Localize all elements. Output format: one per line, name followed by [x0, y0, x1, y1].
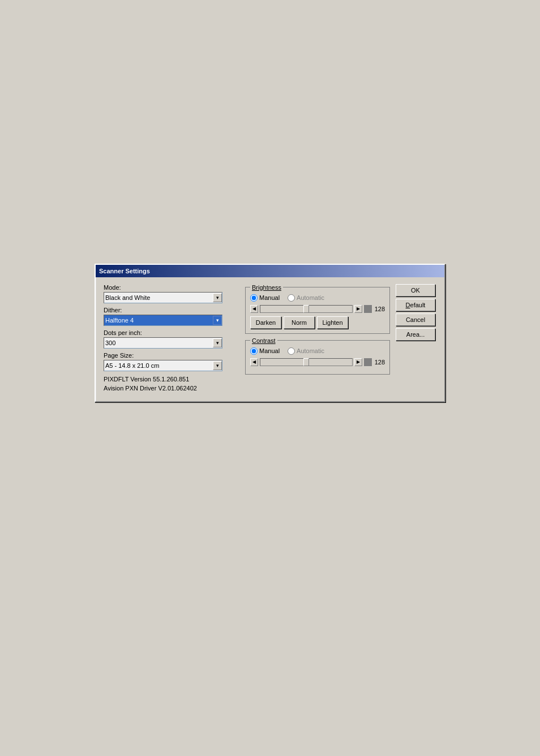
brightness-legend: Brightness	[250, 284, 283, 291]
contrast-slider-row: ◀ ▶ 128	[250, 358, 385, 366]
area-button[interactable]: Area...	[396, 328, 435, 341]
contrast-manual-radio[interactable]	[250, 347, 258, 355]
brightness-track[interactable]	[260, 305, 353, 313]
pagesize-select-container: A5 - 14.8 x 21.0 cm ▾	[104, 360, 239, 371]
version-info: PIXDFLT Version 55.1.260.851 Avision PXN…	[104, 375, 239, 393]
contrast-legend: Contrast	[250, 337, 277, 344]
contrast-auto-label[interactable]: Automatic	[288, 347, 324, 355]
norm-button[interactable]: Norm	[284, 316, 315, 329]
brightness-manual-label[interactable]: Manual	[250, 294, 280, 302]
dpi-select[interactable]: 300	[104, 337, 222, 349]
dpi-select-wrapper: 300 ▾	[104, 337, 222, 349]
pagesize-select[interactable]: A5 - 14.8 x 21.0 cm	[104, 360, 222, 371]
brightness-value-box	[364, 305, 372, 313]
version-line2: Avision PXN Driver V2.01.062402	[104, 384, 239, 393]
version-line1: PIXDFLT Version 55.1.260.851	[104, 375, 239, 384]
left-panel: Mode: Black and White ▾ Dither: Halftone…	[104, 284, 239, 393]
ok-button[interactable]: OK	[396, 284, 435, 297]
contrast-thumb[interactable]	[303, 358, 309, 366]
darken-button[interactable]: Darken	[250, 316, 281, 329]
dpi-select-container: 300 ▾	[104, 337, 239, 349]
contrast-auto-radio[interactable]	[288, 347, 295, 355]
contrast-manual-label[interactable]: Manual	[250, 347, 280, 355]
brightness-auto-radio[interactable]	[288, 294, 295, 302]
contrast-group: Contrast Manual Automatic ◀	[245, 337, 390, 375]
default-button[interactable]: Default	[396, 299, 435, 311]
dither-select-container: Halftone 4 ▾	[104, 315, 239, 326]
pagesize-label: Page Size:	[104, 352, 239, 359]
middle-panel: Brightness Manual Automatic ◀	[245, 284, 390, 393]
brightness-manual-radio[interactable]	[250, 294, 258, 302]
brightness-thumb[interactable]	[303, 305, 309, 313]
title-bar: Scanner Settings	[96, 265, 444, 277]
contrast-radio-row: Manual Automatic	[250, 347, 385, 355]
contrast-left-btn[interactable]: ◀	[250, 358, 258, 366]
brightness-auto-label[interactable]: Automatic	[288, 294, 324, 302]
cancel-button[interactable]: Cancel	[396, 313, 435, 326]
dither-select-wrapper: Halftone 4 ▾	[104, 315, 222, 326]
pagesize-select-wrapper: A5 - 14.8 x 21.0 cm ▾	[104, 360, 222, 371]
brightness-right-btn[interactable]: ▶	[354, 305, 362, 313]
contrast-value-box	[364, 358, 372, 366]
brightness-group: Brightness Manual Automatic ◀	[245, 284, 390, 334]
dither-select[interactable]: Halftone 4	[104, 315, 222, 326]
brightness-slider-row: ◀ ▶ 128	[250, 305, 385, 313]
contrast-track[interactable]	[260, 358, 353, 366]
brightness-radio-row: Manual Automatic	[250, 294, 385, 302]
brightness-value: 128	[375, 306, 385, 312]
mode-select-wrapper: Black and White ▾	[104, 292, 222, 303]
right-panel: OK Default Cancel Area...	[396, 284, 436, 393]
brightness-buttons-row: Darken Norm Lighten	[250, 316, 385, 329]
brightness-left-btn[interactable]: ◀	[250, 305, 258, 313]
dither-label: Dither:	[104, 307, 239, 313]
default-label: Default	[406, 302, 426, 308]
scanner-settings-dialog: Scanner Settings Mode: Black and White ▾…	[95, 264, 445, 402]
contrast-value: 128	[375, 359, 385, 366]
mode-label: Mode:	[104, 284, 239, 291]
dpi-label: Dots per inch:	[104, 329, 239, 336]
dialog-title: Scanner Settings	[99, 268, 150, 274]
mode-select-container: Black and White ▾	[104, 292, 239, 303]
lighten-button[interactable]: Lighten	[317, 316, 348, 329]
mode-select[interactable]: Black and White	[104, 292, 222, 303]
contrast-right-btn[interactable]: ▶	[354, 358, 362, 366]
